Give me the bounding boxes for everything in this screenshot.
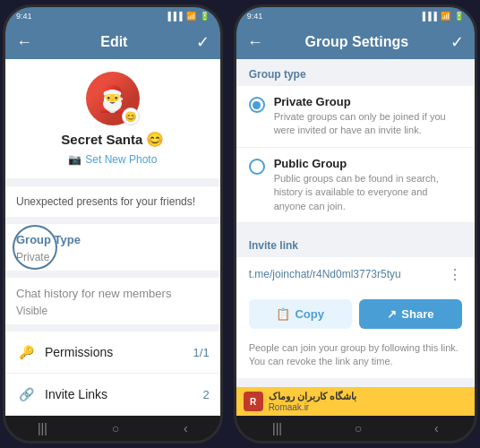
right-status-icons: ▐▐▐ 📶 🔋 bbox=[420, 12, 464, 21]
nav-home-icon[interactable]: ○ bbox=[112, 421, 119, 435]
group-name-row: Secret Santa 😊 bbox=[61, 131, 164, 148]
copy-button[interactable]: 📋 Copy bbox=[249, 299, 352, 329]
right-status-bar: 9:41 ▐▐▐ 📶 🔋 bbox=[236, 7, 475, 25]
private-group-row: Private Group Private groups can only be… bbox=[249, 95, 462, 138]
private-group-radio[interactable] bbox=[249, 97, 265, 113]
share-icon: ↗ bbox=[387, 307, 397, 321]
emoji-picker-icon[interactable]: 😊 bbox=[146, 131, 164, 148]
set-photo-button[interactable]: 📷 Set New Photo bbox=[68, 153, 157, 166]
group-type-label-row: Group Type bbox=[5, 224, 220, 251]
watermark-url: Romaak.ir bbox=[269, 402, 356, 412]
avatar-emoji: 😊 bbox=[122, 108, 140, 125]
profile-section: 🎅 😊 Secret Santa 😊 📷 Set New Photo bbox=[5, 59, 220, 178]
nav-menu-icon[interactable]: ||| bbox=[38, 421, 47, 435]
private-group-text: Private Group Private groups can only be… bbox=[274, 95, 462, 138]
private-group-desc: Private groups can only be joined if you… bbox=[274, 110, 462, 138]
emoji-icon: 😊 bbox=[124, 111, 137, 123]
invite-link-section: Invite link t.me/joinchat/r4Nd0ml3773r5t… bbox=[236, 230, 475, 378]
public-group-title: Public Group bbox=[274, 157, 462, 170]
right-phone: 9:41 ▐▐▐ 📶 🔋 ← Group Settings ✓ Group ty… bbox=[234, 4, 477, 444]
left-back-button[interactable]: ← bbox=[16, 33, 32, 52]
invite-link-box: t.me/joinchat/r4Nd0ml3773r5tyu ⋮ bbox=[236, 257, 475, 292]
menu-item-invite-links[interactable]: 🔗 Invite Links 2 bbox=[5, 374, 220, 416]
left-top-bar: ← Edit ✓ bbox=[5, 25, 220, 59]
left-time: 9:41 bbox=[16, 12, 32, 21]
right-page-title: Group Settings bbox=[305, 34, 409, 50]
right-nav-menu-icon[interactable]: ||| bbox=[272, 421, 282, 435]
private-group-option[interactable]: Private Group Private groups can only be… bbox=[236, 86, 475, 148]
watermark-logo: R bbox=[244, 392, 263, 411]
group-name: Secret Santa bbox=[61, 132, 142, 147]
right-time: 9:41 bbox=[247, 12, 263, 21]
signal-icon: ▐▐▐ bbox=[165, 12, 182, 21]
chat-history-section: Chat history for new members bbox=[5, 271, 220, 305]
right-signal-icon: ▐▐▐ bbox=[420, 12, 437, 21]
right-top-bar: ← Group Settings ✓ bbox=[236, 25, 475, 59]
left-status-bar: 9:41 ▐▐▐ 📶 🔋 bbox=[5, 7, 220, 25]
permissions-badge: 1/1 bbox=[193, 346, 210, 359]
left-content: 🎅 😊 Secret Santa 😊 📷 Set New Photo Unexp… bbox=[5, 59, 220, 416]
right-nav-home-icon[interactable]: ○ bbox=[355, 421, 362, 435]
nav-back-icon[interactable]: ‹ bbox=[184, 421, 188, 435]
left-page-title: Edit bbox=[100, 34, 127, 50]
watermark-site-name: باشگاه کاربران روماک bbox=[269, 391, 356, 402]
menu-item-permissions[interactable]: 🔑 Permissions 1/1 bbox=[5, 332, 220, 374]
public-group-text: Public Group Public groups can be found … bbox=[274, 157, 462, 213]
group-type-value: Private bbox=[5, 251, 220, 271]
left-status-icons: ▐▐▐ 📶 🔋 bbox=[165, 12, 209, 21]
left-phone: 9:41 ▐▐▐ 📶 🔋 ← Edit ✓ 🎅 😊 bbox=[3, 4, 223, 444]
watermark-text-group: باشگاه کاربران روماک Romaak.ir bbox=[269, 391, 356, 412]
invite-links-badge: 2 bbox=[202, 388, 209, 401]
camera-icon: 📷 bbox=[68, 153, 81, 166]
group-type-section: Group Type Private bbox=[5, 224, 220, 271]
share-button[interactable]: ↗ Share bbox=[359, 299, 462, 329]
chat-history-value: Visible bbox=[5, 305, 220, 324]
menu-items-section: 🔑 Permissions 1/1 🔗 Invite Links 2 🛡️ Ad… bbox=[5, 332, 220, 416]
avatar-image: 🎅 bbox=[97, 84, 128, 114]
permissions-icon: 🔑 bbox=[16, 342, 36, 362]
group-description[interactable]: Unexpected presents for your friends! bbox=[5, 185, 220, 217]
group-type-right-title: Group type bbox=[236, 59, 475, 86]
public-group-option[interactable]: Public Group Public groups can be found … bbox=[236, 148, 475, 223]
invite-note: People can join your group by following … bbox=[236, 336, 475, 378]
private-group-title: Private Group bbox=[274, 95, 462, 108]
public-group-radio[interactable] bbox=[249, 159, 265, 175]
public-group-desc: Public groups can be found in search, hi… bbox=[274, 172, 462, 213]
right-confirm-button[interactable]: ✓ bbox=[450, 32, 464, 52]
watermark-logo-text: R bbox=[250, 397, 256, 407]
invite-link-text: t.me/joinchat/r4Nd0ml3773r5tyu bbox=[249, 268, 448, 280]
watermark: R باشگاه کاربران روماک Romaak.ir bbox=[236, 387, 475, 416]
right-bottom-nav: ||| ○ ‹ bbox=[236, 416, 475, 441]
share-label: Share bbox=[401, 307, 433, 321]
invite-links-label: Invite Links bbox=[45, 387, 193, 401]
copy-icon: 📋 bbox=[276, 307, 290, 321]
invite-links-icon: 🔗 bbox=[16, 384, 36, 404]
left-bottom-nav: ||| ○ ‹ bbox=[5, 416, 220, 441]
right-back-button[interactable]: ← bbox=[247, 33, 263, 52]
wifi-icon: 📶 bbox=[186, 12, 196, 21]
avatar-wrapper: 🎅 😊 bbox=[86, 72, 140, 125]
group-type-label: Group Type bbox=[16, 233, 81, 246]
invite-link-title: Invite link bbox=[236, 230, 475, 257]
permissions-label: Permissions bbox=[45, 345, 184, 359]
battery-icon: 🔋 bbox=[200, 12, 210, 21]
right-wifi-icon: 📶 bbox=[441, 12, 450, 21]
chat-history-label: Chat history for new members bbox=[16, 287, 171, 300]
right-battery-icon: 🔋 bbox=[454, 12, 464, 21]
invite-link-menu-icon[interactable]: ⋮ bbox=[448, 266, 462, 283]
group-type-right-section: Group type Private Group Private groups … bbox=[236, 59, 475, 223]
public-group-row: Public Group Public groups can be found … bbox=[249, 157, 462, 213]
right-nav-back-icon[interactable]: ‹ bbox=[434, 421, 439, 435]
invite-buttons-row: 📋 Copy ↗ Share bbox=[236, 292, 475, 336]
copy-label: Copy bbox=[295, 307, 324, 321]
left-confirm-button[interactable]: ✓ bbox=[196, 32, 210, 52]
right-content: Group type Private Group Private groups … bbox=[236, 59, 475, 416]
